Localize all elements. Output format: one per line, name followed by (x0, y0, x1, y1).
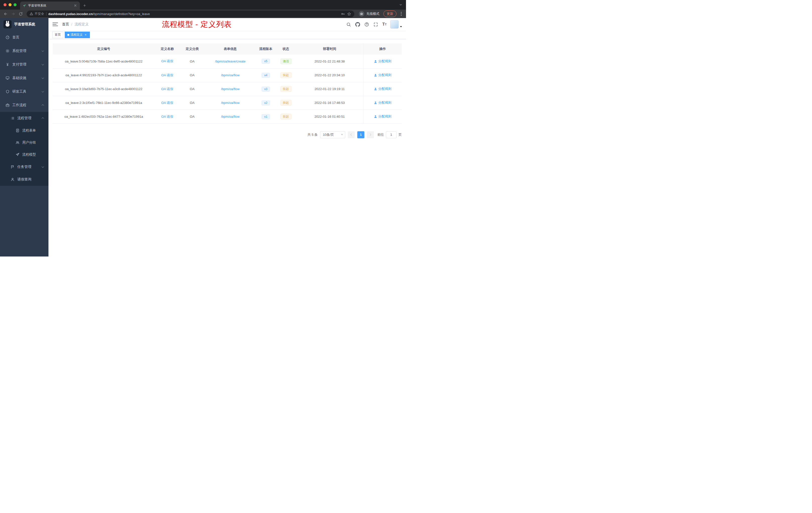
fontsize-button[interactable]: TT (381, 21, 388, 28)
sidebar-item-label: 首页 (12, 35, 19, 40)
group-icon (16, 141, 20, 145)
user-mini-icon (374, 73, 377, 77)
refresh-button[interactable] (18, 11, 24, 17)
sidebar-item-process-mgmt[interactable]: 流程管理 (0, 112, 49, 124)
page-number-button[interactable]: 1 (357, 131, 364, 138)
fullscreen-button[interactable] (372, 21, 379, 28)
tools-icon (5, 90, 9, 94)
assign-rule-link[interactable]: 分配规则 (374, 100, 392, 105)
hamburger-icon[interactable] (53, 22, 58, 27)
user-mini-icon (374, 60, 377, 63)
definition-name-link[interactable]: OA 请假 (161, 59, 173, 63)
tag-item[interactable]: 首页 (52, 32, 63, 38)
sidebar-item-system[interactable]: 系统管理 (0, 44, 49, 58)
assign-rule-link[interactable]: 分配规则 (374, 73, 392, 77)
cell-category: OA (180, 82, 205, 96)
cell-deploy-time: 2022-01-16 01:40:51 (296, 110, 363, 123)
process-icon (10, 116, 14, 120)
app-logo-row[interactable]: 芋道管理系统 (0, 18, 49, 31)
update-browser-button[interactable]: 更新 (383, 10, 397, 17)
assign-rule-link[interactable]: 分配规则 (374, 87, 392, 91)
forward-button[interactable] (10, 11, 16, 17)
minimize-window-button[interactable] (8, 3, 11, 6)
assign-rule-link[interactable]: 分配规则 (374, 59, 392, 63)
sidebar-item-workflow[interactable]: 工作流程 (0, 98, 49, 112)
browser-tab[interactable]: 芋道管理系统 (20, 1, 80, 9)
bookmark-star-icon[interactable] (347, 12, 351, 16)
form-info-link[interactable]: /bpm/oa/flow (221, 115, 239, 118)
breadcrumb-separator (71, 22, 72, 26)
definition-name-link[interactable]: OA 请假 (161, 87, 173, 91)
fontsize-icon: TT (382, 22, 387, 27)
tag-label: 首页 (55, 33, 61, 37)
next-page-button[interactable] (367, 131, 374, 138)
sidebar-item-task-mgmt[interactable]: 任务管理 (0, 161, 49, 173)
table-body: oa_leave:5:004b710b-7b8a-11ec-8ef0-acde4… (53, 55, 402, 123)
form-info-link[interactable]: /bpm/oa/leave/create (215, 59, 245, 63)
submenu-process-mgmt: 流程表单用户分组流程模型 (0, 124, 49, 161)
form-info-link[interactable]: /bpm/oa/flow (221, 87, 239, 91)
navbar: 首页 流程定义 流程模型 - 定义列表 TT (49, 18, 406, 31)
user-menu[interactable] (390, 20, 402, 29)
page-size-value: 10条/页 (323, 132, 334, 137)
definition-name-link[interactable]: OA 请假 (161, 101, 173, 105)
tab-favicon-icon (23, 4, 26, 7)
app-logo-avatar (3, 20, 11, 28)
status-badge: 挂起 (281, 72, 291, 78)
sidebar-item-home[interactable]: 首页 (0, 31, 49, 44)
tab-search-chevron-icon[interactable] (399, 3, 403, 6)
close-window-button[interactable] (3, 3, 6, 6)
cell-deploy-time: 2022-01-22 21:48:38 (296, 55, 363, 68)
sidebar-item-process-form[interactable]: 流程表单 (0, 124, 49, 137)
page-size-select[interactable]: 10条/页 (320, 131, 345, 138)
zoom-window-button[interactable] (13, 3, 17, 6)
definition-name-link[interactable]: OA 请假 (161, 115, 173, 118)
sidebar-item-payment[interactable]: 支付管理 (0, 58, 49, 71)
url-path: /bpm/manager/definition?key=oa_leave (93, 12, 150, 16)
sidebar-item-user-group[interactable]: 用户分组 (0, 137, 49, 149)
tag-close-icon[interactable] (84, 33, 87, 37)
sidebar-item-label: 用户分组 (22, 140, 36, 145)
new-tab-button[interactable] (81, 2, 88, 9)
key-icon[interactable] (341, 12, 345, 16)
assign-rule-link[interactable]: 分配规则 (374, 114, 392, 119)
omnibox-divider (46, 12, 47, 16)
sidebar-item-infra[interactable]: 基础设施 (0, 71, 49, 85)
search-button[interactable] (345, 21, 352, 28)
browser-tab-strip: 芋道管理系统 (0, 0, 406, 9)
cell-category: OA (180, 110, 205, 123)
status-badge: 挂起 (281, 114, 291, 119)
tag-active[interactable]: 流程定义 (65, 32, 90, 38)
gear-icon (5, 49, 9, 53)
version-badge: v1 (262, 114, 270, 119)
user-mini-icon (374, 87, 377, 91)
sidebar-item-process-model[interactable]: 流程模型 (0, 149, 49, 161)
form-info-link[interactable]: /bpm/oa/flow (221, 101, 239, 105)
security-chip[interactable]: 不安全 (30, 12, 44, 16)
browser-toolbar: 不安全 dashboard.yudao.iocoder.cn/bpm/manag… (0, 9, 406, 18)
sidebar-item-label: 工作流程 (12, 103, 26, 108)
active-dot (67, 34, 69, 36)
address-bar[interactable]: 不安全 dashboard.yudao.iocoder.cn/bpm/manag… (27, 10, 354, 17)
definition-name-link[interactable]: OA 请假 (161, 73, 173, 77)
version-badge: v3 (262, 87, 270, 92)
prev-page-button[interactable] (348, 131, 355, 138)
goto-page-input[interactable] (386, 131, 397, 138)
github-button[interactable] (354, 21, 361, 28)
browser-menu-icon[interactable] (399, 11, 404, 17)
back-button[interactable] (2, 11, 8, 17)
breadcrumb-home[interactable]: 首页 (62, 22, 69, 27)
question-button[interactable] (363, 21, 370, 28)
tab-title: 芋道管理系统 (28, 3, 71, 8)
column-header: 定义分类 (180, 43, 205, 55)
app-title: 芋道管理系统 (14, 22, 35, 27)
sidebar-item-devtools[interactable]: 研发工具 (0, 85, 49, 98)
table-row: oa_leave:3:1fad3d93-7b75-11ec-a3c8-acde4… (53, 82, 402, 96)
form-info-link[interactable]: /bpm/oa/flow (221, 73, 239, 77)
status-badge: 激活 (281, 58, 291, 64)
tab-close-icon[interactable] (73, 3, 77, 7)
cell-deploy-time: 2022-01-22 20:34:10 (296, 68, 363, 82)
chevron-up-icon (42, 104, 44, 107)
sidebar-item-leave-query[interactable]: 请假查询 (0, 173, 49, 186)
column-header: 操作 (363, 43, 402, 55)
